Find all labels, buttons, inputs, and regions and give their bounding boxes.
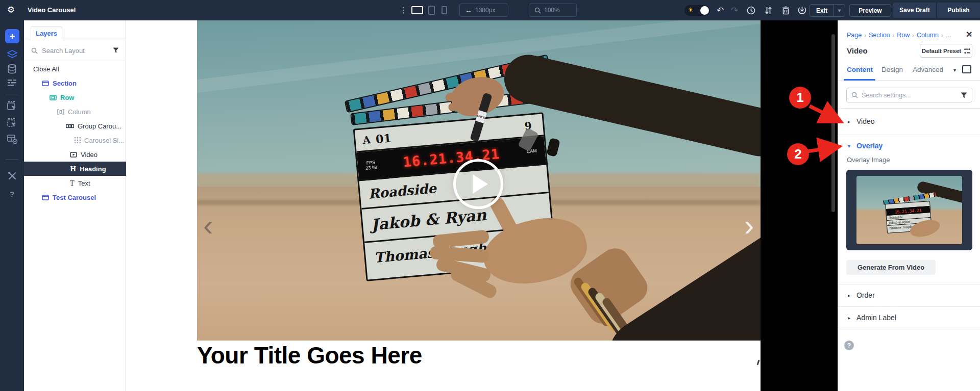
- section-toggle-video[interactable]: ▸ Video: [838, 108, 980, 135]
- breadcrumb-page[interactable]: Page: [847, 32, 862, 39]
- tree-item-carousel-slide[interactable]: Carousel Sl...: [24, 133, 126, 147]
- overlay-image-preview: 16.21.34.21 Roadside Jakob & Ryan Thomas…: [856, 176, 962, 244]
- overlay-image-thumbnail[interactable]: 16.21.34.21 Roadside Jakob & Ryan Thomas…: [846, 170, 972, 250]
- tools-icon[interactable]: [0, 170, 24, 182]
- add-module-button[interactable]: +: [5, 29, 19, 43]
- layers-tree: Close All Section Row Column: [24, 62, 126, 204]
- portability-icon[interactable]: [796, 5, 807, 16]
- breadcrumb: Page › Section › Row › Column › ...: [847, 32, 951, 39]
- zoom-magnifier-icon: [534, 7, 541, 14]
- badge-number: 1: [796, 90, 803, 106]
- overlay-image-label: Overlay Image: [847, 156, 890, 164]
- insert-cursor-icon[interactable]: [0, 99, 24, 112]
- database-icon[interactable]: [0, 63, 24, 75]
- tree-item-test-carousel[interactable]: Test Carousel: [24, 190, 126, 204]
- undo-icon[interactable]: ↶: [715, 5, 726, 16]
- column-icon: [57, 109, 64, 115]
- canvas-heading[interactable]: Your Title Goes Here: [197, 342, 422, 369]
- video-poster-image[interactable]: A 01 9 FPS 23.98 16.21.34.21 CAM Roadsid…: [197, 20, 761, 341]
- exit-button[interactable]: Exit ▾: [810, 4, 845, 17]
- settings-search-input[interactable]: [862, 92, 957, 99]
- tree-item-video[interactable]: Video: [24, 147, 126, 162]
- slide-icon: [75, 137, 81, 143]
- close-panel-icon[interactable]: ✕: [966, 30, 972, 39]
- section-label-admin: Admin Label: [856, 314, 896, 322]
- section-toggle-overlay[interactable]: ▾ Overlay: [838, 135, 980, 157]
- builder-settings-gear-icon[interactable]: ⚙: [7, 5, 15, 15]
- tree-item-column[interactable]: Column: [24, 105, 126, 119]
- save-draft-button[interactable]: Save Draft: [893, 3, 936, 18]
- page-title: Video Carousel: [28, 6, 76, 14]
- question-glyph: ?: [10, 190, 14, 198]
- tablet-view-icon[interactable]: [428, 6, 435, 15]
- play-button[interactable]: [453, 159, 503, 209]
- module-title: Video: [847, 46, 868, 55]
- sidebar-divider: [6, 159, 18, 160]
- section-icon: [42, 195, 49, 200]
- insert-cursor-alt-icon[interactable]: [0, 116, 24, 128]
- tree-label: Heading: [80, 165, 106, 173]
- panel-help-icon[interactable]: ?: [844, 341, 854, 350]
- tree-label: Group Carou...: [78, 122, 121, 130]
- history-clock-icon[interactable]: [745, 5, 756, 16]
- breadcrumb-column[interactable]: Column: [917, 32, 939, 39]
- redo-icon[interactable]: ↷: [729, 5, 740, 16]
- exit-caret-icon[interactable]: ▾: [834, 8, 845, 13]
- tree-item-group-carousel[interactable]: Group Carou...: [24, 119, 126, 133]
- tree-item-section[interactable]: Section: [24, 76, 126, 90]
- tree-label: Column: [68, 108, 91, 116]
- generate-from-video-button[interactable]: Generate From Video: [846, 260, 936, 275]
- trash-icon[interactable]: [780, 5, 791, 16]
- help-icon[interactable]: ?: [0, 188, 24, 200]
- desktop-view-icon[interactable]: [411, 6, 423, 14]
- section-toggle-admin-label[interactable]: ▸ Admin Label: [838, 306, 980, 329]
- tree-item-heading-selected[interactable]: H Heading: [24, 162, 126, 176]
- carousel-next-arrow[interactable]: ›: [744, 215, 754, 236]
- layers-search-input[interactable]: [42, 47, 103, 55]
- view-options-dots-icon[interactable]: ⋮: [400, 5, 407, 16]
- clapper-scene-letter: A: [355, 133, 372, 146]
- tabs-caret-icon[interactable]: ▾: [953, 67, 956, 73]
- carousel-prev-arrow[interactable]: ‹: [203, 215, 213, 236]
- tree-item-row[interactable]: Row: [24, 90, 126, 105]
- publish-button[interactable]: Publish: [937, 3, 980, 18]
- tab-content[interactable]: Content: [847, 66, 873, 73]
- tree-item-text[interactable]: T Text: [24, 176, 126, 190]
- layers-tab-label: Layers: [36, 30, 57, 37]
- caret-down-icon: ▾: [848, 143, 850, 149]
- filter-icon[interactable]: [113, 47, 119, 54]
- text-lines-icon[interactable]: [0, 76, 24, 89]
- annotation-badge-1: 1: [789, 87, 811, 109]
- tree-label: Test Carousel: [53, 194, 96, 201]
- zoom-control[interactable]: 100%: [529, 4, 577, 17]
- module-library-icon[interactable]: [0, 133, 24, 145]
- import-export-icon[interactable]: [763, 5, 774, 16]
- phone-view-icon[interactable]: [442, 6, 447, 14]
- tab-advanced[interactable]: Advanced: [913, 66, 943, 73]
- canvas-width-control[interactable]: ↔ 1380px: [459, 4, 508, 17]
- panel-mode-icon[interactable]: [962, 65, 971, 73]
- canvas-scrollbar[interactable]: [831, 34, 835, 212]
- tree-item-close-all[interactable]: Close All: [24, 62, 126, 76]
- badge-number: 2: [794, 146, 801, 162]
- caret-right-icon: ▸: [848, 315, 850, 321]
- tree-label: Carousel Sl...: [84, 137, 124, 144]
- section-toggle-order[interactable]: ▸ Order: [838, 284, 980, 306]
- lower-sleeve-fill: [687, 306, 761, 341]
- canvas-outer-gap: [761, 20, 838, 391]
- breadcrumb-row[interactable]: Row: [897, 32, 910, 39]
- preview-button[interactable]: Preview: [849, 4, 891, 17]
- filter-icon[interactable]: [961, 92, 967, 98]
- clapper-fps: FPS 23.98: [357, 159, 385, 171]
- breadcrumb-section[interactable]: Section: [869, 32, 890, 39]
- breadcrumb-more[interactable]: ...: [946, 32, 951, 39]
- breadcrumb-separator: ›: [864, 32, 866, 38]
- preset-icon: [964, 48, 970, 54]
- layers-tab[interactable]: Layers: [31, 26, 62, 40]
- theme-toggle[interactable]: ☀: [684, 5, 710, 16]
- question-glyph: ?: [847, 342, 851, 349]
- layers-icon[interactable]: [0, 48, 24, 61]
- search-icon: [851, 92, 858, 98]
- tab-design[interactable]: Design: [881, 66, 903, 73]
- default-preset-button[interactable]: Default Preset: [920, 44, 972, 58]
